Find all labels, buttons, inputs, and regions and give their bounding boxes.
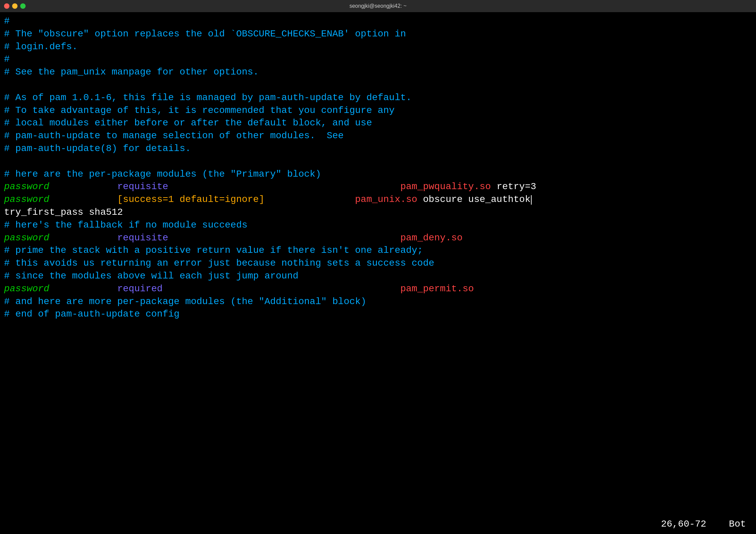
line-16: try_first_pass sha512: [4, 206, 752, 219]
terminal-content: # # The "obscure" option replaces the ol…: [0, 12, 756, 534]
window-controls[interactable]: [4, 3, 26, 9]
minimize-button[interactable]: [12, 3, 18, 9]
line-17: # here's the fallback if no module succe…: [4, 219, 752, 232]
line-18: password requisite pam_deny.so: [4, 232, 752, 244]
line-3: # login.defs.: [4, 40, 752, 53]
line-10: # pam-auth-update to manage selection of…: [4, 129, 752, 142]
line-2: # The "obscure" option replaces the old …: [4, 28, 752, 40]
line-5: # See the pam_unix manpage for other opt…: [4, 66, 752, 79]
line-1: #: [4, 15, 752, 28]
window-title: seongjki@seongjki42: ~: [349, 2, 407, 10]
line-blank-1: [4, 79, 752, 91]
title-bar: seongjki@seongjki42: ~: [0, 0, 756, 12]
line-4: #: [4, 53, 752, 66]
close-button[interactable]: [4, 3, 9, 9]
line-9: # local modules either before or after t…: [4, 117, 752, 129]
maximize-button[interactable]: [20, 3, 26, 9]
scroll-position: Bot: [729, 519, 746, 529]
cursor-position: 26,60-72: [661, 519, 706, 529]
line-8: # To take advantage of this, it is recom…: [4, 104, 752, 117]
line-24: # end of pam-auth-update config: [4, 308, 752, 321]
line-11: # pam-auth-update(8) for details.: [4, 142, 752, 155]
line-20: # this avoids us returning an error just…: [4, 257, 752, 270]
line-21: # since the modules above will each just…: [4, 270, 752, 283]
line-14: password requisite pam_pwquality.so retr…: [4, 180, 752, 193]
line-blank-2: [4, 155, 752, 168]
line-13: # here are the per-package modules (the …: [4, 168, 752, 181]
line-22: password required pam_permit.so: [4, 283, 752, 295]
line-7: # As of pam 1.0.1-6, this file is manage…: [4, 91, 752, 104]
line-23: # and here are more per-package modules …: [4, 295, 752, 308]
status-bar: 26,60-72 Bot: [661, 518, 746, 531]
line-15: password [success=1 default=ignore] pam_…: [4, 193, 752, 206]
line-19: # prime the stack with a positive return…: [4, 244, 752, 257]
